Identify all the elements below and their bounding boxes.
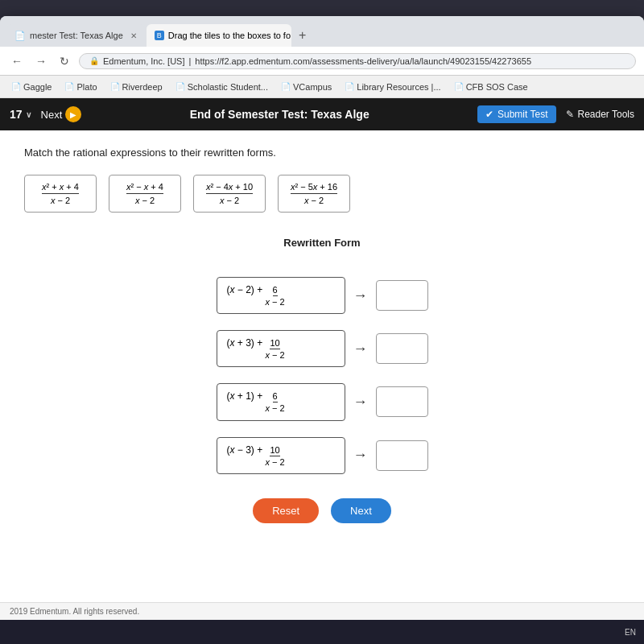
bookmark-vcampus[interactable]: 📄 VCampus xyxy=(276,80,336,93)
bookmark-icon-cfb: 📄 xyxy=(454,82,464,91)
tab-semester-test[interactable]: 📄 mester Test: Texas Alge ✕ xyxy=(6,24,145,47)
arrow-icon-4: → xyxy=(353,447,368,464)
bookmark-label-plato: Plato xyxy=(76,82,97,92)
rewritten-row-4: (x − 3) + 10 x − 2 → xyxy=(217,437,428,474)
drop-box-4[interactable] xyxy=(376,440,428,471)
rewritten-row-1: (x − 2) + 6 x − 2 → xyxy=(217,277,428,314)
rewritten-frac-3: 6 x − 2 xyxy=(266,391,285,413)
rewritten-frac-4: 10 x − 2 xyxy=(266,445,285,467)
new-tab-button[interactable]: + xyxy=(293,26,312,45)
question-number: 17 ∨ xyxy=(10,108,31,121)
submit-test-button[interactable]: ✔ Submit Test xyxy=(477,105,555,123)
address-bar: ← → ↻ 🔒 Edmentum, Inc. [US] | https://f2… xyxy=(0,47,644,76)
tile-2-numerator: x² − x + 4 xyxy=(126,182,163,194)
tile-4[interactable]: x² − 5x + 16 x − 2 xyxy=(278,175,350,213)
forward-button[interactable]: → xyxy=(32,53,50,69)
next-button-header[interactable]: Next ▶ xyxy=(41,106,82,122)
drop-box-2[interactable] xyxy=(376,333,428,364)
submit-check-icon: ✔ xyxy=(485,109,493,120)
bookmark-icon-plato: 📄 xyxy=(64,82,74,91)
url-separator: | xyxy=(188,56,191,66)
back-button[interactable]: ← xyxy=(8,53,26,69)
bookmark-label-gaggle: Gaggle xyxy=(23,82,52,92)
test-title: End of Semester Test: Texas Alge xyxy=(91,108,468,121)
tab-label-1: mester Test: Texas Alge xyxy=(30,31,123,40)
tile-1[interactable]: x² + x + 4 x − 2 xyxy=(24,175,97,213)
bookmark-label-scholastic: Scholastic Student... xyxy=(188,82,268,92)
matching-section: Rewritten Form (x − 2) + 6 x − 2 → xyxy=(24,237,620,474)
arrow-icon-3: → xyxy=(353,394,368,411)
bookmark-library[interactable]: 📄 Library Resources |... xyxy=(340,80,445,93)
rewritten-box-2: (x + 3) + 10 x − 2 xyxy=(217,330,345,367)
bookmark-icon-library: 📄 xyxy=(345,82,354,91)
lock-icon: 🔒 xyxy=(89,56,99,65)
tab-close-1[interactable]: ✕ xyxy=(130,31,137,40)
bookmark-icon-vcampus: 📄 xyxy=(281,82,291,91)
tile-3[interactable]: x² − 4x + 10 x − 2 xyxy=(193,175,266,213)
url-text: https://f2.app.edmentum.com/assessments-… xyxy=(195,56,531,66)
reader-tools-button[interactable]: ✎ Reader Tools xyxy=(566,109,635,120)
bookmark-gaggle[interactable]: 📄 Gaggle xyxy=(6,80,56,93)
desktop: 📄 mester Test: Texas Alge ✕ B Drag the t… xyxy=(0,0,644,644)
bookmark-scholastic[interactable]: 📄 Scholastic Student... xyxy=(171,80,273,93)
arrow-icon-1: → xyxy=(353,287,368,304)
tile-2[interactable]: x² − x + 4 x − 2 xyxy=(109,175,181,213)
tile-3-denominator: x − 2 xyxy=(220,196,239,205)
footer-copyright: 2019 Edmentum. All rights reserved. xyxy=(10,607,139,616)
bookmark-icon-scholastic: 📄 xyxy=(175,82,185,91)
taskbar: EN xyxy=(0,620,644,644)
footer: 2019 Edmentum. All rights reserved. xyxy=(0,602,644,620)
submit-label: Submit Test xyxy=(497,109,547,120)
instruction-text: Match the rational expressions to their … xyxy=(24,147,620,159)
next-button[interactable]: Next xyxy=(331,498,391,523)
tab-favicon-1: 📄 xyxy=(14,31,26,41)
rewritten-column: Rewritten Form (x − 2) + 6 x − 2 → xyxy=(217,237,428,474)
reader-tools-icon: ✎ xyxy=(566,109,574,120)
tile-1-numerator: x² + x + 4 xyxy=(42,182,79,194)
tile-1-denominator: x − 2 xyxy=(51,196,70,205)
rewritten-frac-1: 6 x − 2 xyxy=(266,285,285,307)
drop-box-1[interactable] xyxy=(376,280,428,311)
tile-2-denominator: x − 2 xyxy=(135,196,155,205)
rewritten-box-3: (x + 1) + 6 x − 2 xyxy=(217,383,345,420)
bookmark-riverdeep[interactable]: 📄 Riverdeep xyxy=(105,80,167,93)
reset-button[interactable]: Reset xyxy=(253,498,319,523)
rewritten-row-3: (x + 1) + 6 x − 2 → xyxy=(217,383,428,420)
bottom-buttons: Reset Next xyxy=(24,498,620,523)
bookmark-icon-gaggle: 📄 xyxy=(11,82,21,91)
content-area: Match the rational expressions to their … xyxy=(0,130,644,620)
tiles-row: x² + x + 4 x − 2 x² − x + 4 x − 2 x² − 4… xyxy=(24,175,620,213)
drop-box-3[interactable] xyxy=(376,386,428,417)
chevron-down-icon: ∨ xyxy=(26,110,31,119)
rewritten-frac-2: 10 x − 2 xyxy=(266,338,285,360)
bookmark-label-riverdeep: Riverdeep xyxy=(122,82,163,92)
rewritten-box-1: (x − 2) + 6 x − 2 xyxy=(217,277,345,314)
tile-3-numerator: x² − 4x + 10 xyxy=(206,182,253,194)
bookmark-icon-riverdeep: 📄 xyxy=(110,82,120,91)
rewritten-box-4: (x − 3) + 10 x − 2 xyxy=(217,437,345,474)
next-label-header: Next xyxy=(41,109,63,121)
bookmark-cfb[interactable]: 📄 CFB SOS Case xyxy=(449,80,533,93)
tab-bar: 📄 mester Test: Texas Alge ✕ B Drag the t… xyxy=(0,16,644,47)
rewritten-row-2: (x + 3) + 10 x − 2 → xyxy=(217,330,428,367)
bookmark-label-vcampus: VCampus xyxy=(293,82,332,92)
test-header: 17 ∨ Next ▶ End of Semester Test: Texas … xyxy=(0,98,644,130)
url-prefix: Edmentum, Inc. [US] xyxy=(103,56,184,66)
tab-label-2: Drag the tiles to the boxes to fo xyxy=(168,31,291,40)
arrow-icon-2: → xyxy=(353,341,368,357)
next-arrow-icon: ▶ xyxy=(65,106,81,122)
tile-4-numerator: x² − 5x + 16 xyxy=(291,182,337,194)
reader-tools-label: Reader Tools xyxy=(578,109,635,120)
bookmarks-bar: 📄 Gaggle 📄 Plato 📄 Riverdeep 📄 Scholasti… xyxy=(0,76,644,98)
bookmark-label-cfb: CFB SOS Case xyxy=(466,82,528,92)
rewritten-col-header: Rewritten Form xyxy=(217,237,428,249)
bookmark-label-library: Library Resources |... xyxy=(357,82,440,92)
taskbar-locale: EN xyxy=(625,628,636,637)
question-num-text: 17 xyxy=(10,108,23,121)
url-box[interactable]: 🔒 Edmentum, Inc. [US] | https://f2.app.e… xyxy=(79,53,636,69)
tab-favicon-2: B xyxy=(155,31,164,40)
browser-window: 📄 mester Test: Texas Alge ✕ B Drag the t… xyxy=(0,16,644,620)
bookmark-plato[interactable]: 📄 Plato xyxy=(60,80,101,93)
tab-drag-tiles[interactable]: B Drag the tiles to the boxes to fo ✕ xyxy=(147,24,291,47)
refresh-button[interactable]: ↻ xyxy=(56,53,72,69)
